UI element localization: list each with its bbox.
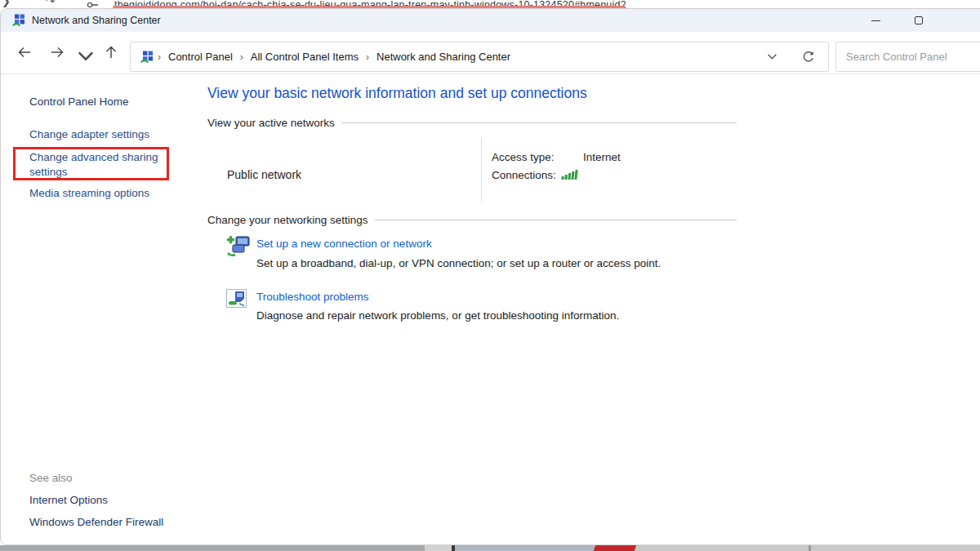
search-box <box>835 42 980 72</box>
back-button[interactable] <box>16 43 33 61</box>
access-type-label: Access type: <box>492 151 555 163</box>
refresh-icon[interactable] <box>802 51 815 64</box>
see-also-heading: See also <box>29 472 73 484</box>
networking-settings-section-header: Change your networking settings <box>207 214 737 226</box>
background-strip-red-segment <box>594 545 636 551</box>
network-name: Public network <box>227 168 301 181</box>
troubleshoot-icon <box>226 288 247 309</box>
breadcrumb-control-panel[interactable]: Control Panel <box>168 51 233 63</box>
toolbar: › Control Panel › All Control Panel Item… <box>1 32 980 74</box>
sidebar-item-media-streaming-options[interactable]: Media streaming options <box>29 187 149 199</box>
background-strip-segment <box>808 545 811 551</box>
minimize-button[interactable] <box>871 20 880 21</box>
page-title: View your basic network information and … <box>207 85 587 102</box>
background-strip-segment <box>0 545 425 551</box>
address-dropdown-chevron-icon[interactable] <box>767 51 777 62</box>
breadcrumb-separator: › <box>158 51 161 63</box>
background-strip-segment <box>425 545 452 551</box>
forward-button[interactable] <box>48 43 66 61</box>
titlebar: Network and Sharing Center <box>1 9 980 32</box>
breadcrumb-network-sharing-center[interactable]: Network and Sharing Center <box>376 51 510 63</box>
sidebar-item-change-advanced-sharing-settings[interactable]: Change advanced sharing settings <box>29 150 162 180</box>
section-rule <box>341 122 737 123</box>
breadcrumb-separator: › <box>366 51 369 63</box>
connections-label: Connections: <box>492 169 556 181</box>
active-networks-label: View your active networks <box>207 117 335 129</box>
active-networks-section-header: View your active networks <box>207 117 737 129</box>
sidebar-item-windows-defender-firewall[interactable]: Windows Defender Firewall <box>29 516 163 528</box>
new-connection-icon <box>226 234 251 259</box>
sidebar-item-change-adapter-settings[interactable]: Change adapter settings <box>29 128 149 140</box>
up-button[interactable] <box>102 43 120 61</box>
chevron-icon: ❯ <box>2 0 11 7</box>
troubleshoot-description: Diagnose and repair network problems, or… <box>256 309 619 322</box>
background-strip-segment <box>455 545 595 551</box>
network-divider <box>481 138 482 202</box>
search-input[interactable] <box>836 42 980 71</box>
redo-arrow-icon: ↷ <box>46 0 55 7</box>
breadcrumb-separator: › <box>240 51 243 63</box>
breadcrumb-all-items[interactable]: All Control Panel Items <box>251 51 359 63</box>
sidebar-item-internet-options[interactable]: Internet Options <box>29 494 108 506</box>
network-center-icon <box>12 14 25 27</box>
address-bar[interactable]: › Control Panel › All Control Panel Item… <box>130 42 829 72</box>
setup-connection-description: Set up a broadband, dial-up, or VPN conn… <box>256 257 661 269</box>
section-rule <box>375 220 737 220</box>
wifi-signal-icon[interactable] <box>561 170 577 180</box>
access-type-value: Internet <box>583 151 621 163</box>
network-sharing-center-window: Network and Sharing Center <box>0 8 980 545</box>
sidebar-item-control-panel-home[interactable]: Control Panel Home <box>29 96 129 108</box>
recent-locations-chevron-icon[interactable] <box>77 47 95 65</box>
troubleshoot-link[interactable]: Troubleshoot problems <box>256 291 369 303</box>
breadcrumb-network-icon <box>140 51 154 64</box>
maximize-button[interactable] <box>915 16 923 24</box>
key-icon <box>87 2 100 8</box>
networking-settings-label: Change your networking settings <box>207 214 368 226</box>
setup-connection-link[interactable]: Set up a new connection or network <box>256 238 432 250</box>
background-browser-strip: ❯ ↷ thegioididong.com/hoi-dap/cach-chia-… <box>0 0 980 8</box>
window-title: Network and Sharing Center <box>32 15 161 26</box>
background-page-strip <box>0 545 980 551</box>
